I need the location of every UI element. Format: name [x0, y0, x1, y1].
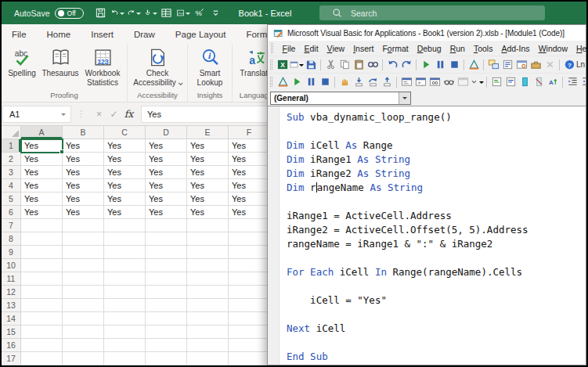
cell-e1[interactable]: Yes [187, 139, 229, 153]
vba-menu-file[interactable]: File [278, 42, 300, 55]
row-header-9[interactable]: 9 [2, 246, 21, 259]
code-line-6[interactable]: Dim rangeName As String [287, 181, 586, 195]
cell-b16[interactable] [63, 339, 104, 352]
vba-code-text[interactable]: Sub vba_dynamic_loop_range() Dim iCell A… [280, 106, 586, 365]
cell-a6[interactable]: Yes [21, 206, 63, 219]
vba-menu-tools[interactable]: Tools [469, 42, 497, 55]
cell-d7[interactable] [146, 219, 187, 232]
cell-d3[interactable]: Yes [146, 166, 187, 179]
code-line-13[interactable] [287, 279, 586, 293]
cell-f5[interactable]: Yes [229, 192, 270, 206]
dropdown-arrow-icon[interactable] [136, 13, 141, 17]
cell-e15[interactable] [187, 326, 229, 339]
code-line-16[interactable]: Next iCell [287, 322, 586, 336]
cell-c7[interactable] [104, 219, 146, 232]
cell-e10[interactable] [187, 259, 229, 272]
code-line-1[interactable]: Sub vba_dynamic_loop_range() [287, 110, 586, 124]
step-out-icon[interactable] [380, 75, 394, 88]
cell-f10[interactable] [229, 259, 270, 272]
tab-page-layout[interactable]: Page Layout [165, 30, 236, 44]
percent-style-icon[interactable]: % [193, 6, 207, 20]
name-box[interactable]: A1 [2, 106, 71, 123]
cell-b10[interactable] [63, 259, 104, 272]
object-browser-icon[interactable] [514, 58, 528, 71]
code-line-12[interactable]: For Each iCell In Range(rangeName).Cells [287, 265, 586, 279]
cell-d6[interactable]: Yes [146, 206, 187, 219]
enter-button[interactable]: ✓ [106, 109, 121, 120]
toolbar-grip[interactable] [270, 59, 272, 70]
cell-b2[interactable]: Yes [63, 153, 104, 166]
complete-word-icon[interactable]: A [546, 75, 560, 88]
object-dropdown[interactable]: (General) [270, 92, 411, 105]
undo-icon[interactable] [385, 58, 399, 71]
row-header-11[interactable]: 11 [2, 272, 21, 286]
code-line-11[interactable] [287, 251, 586, 265]
vba-menu-run[interactable]: Run [446, 42, 469, 55]
cell-a12[interactable] [21, 286, 63, 299]
vba-menu-format[interactable]: Format [378, 42, 413, 55]
combo-arrow-icon[interactable] [399, 92, 410, 104]
row-header-12[interactable]: 12 [2, 286, 21, 299]
cell-a17[interactable] [21, 352, 63, 365]
cell-a7[interactable] [21, 219, 63, 232]
cell-f11[interactable] [229, 272, 270, 286]
customize-qat-icon[interactable] [209, 6, 223, 20]
touch-mode-icon[interactable] [143, 6, 157, 20]
code-line-14[interactable]: iCell = "Yes" [287, 293, 586, 308]
spelling-button[interactable]: abc Spelling [4, 45, 40, 78]
cell-c10[interactable] [104, 259, 146, 272]
cell-c2[interactable]: Yes [104, 153, 146, 166]
row-header-3[interactable]: 3 [2, 166, 21, 179]
cell-c13[interactable] [104, 299, 146, 312]
code-line-15[interactable] [287, 308, 586, 322]
cell-b6[interactable]: Yes [63, 206, 104, 219]
quick-watch-icon[interactable] [442, 75, 456, 88]
cell-b9[interactable] [63, 246, 104, 259]
dropdown-arrow-icon[interactable] [299, 64, 304, 69]
cancel-button[interactable]: × [92, 109, 106, 120]
smart-lookup-button[interactable]: i Smart Lookup [190, 45, 229, 88]
run-icon[interactable] [419, 58, 433, 71]
row-header-16[interactable]: 16 [2, 339, 21, 352]
cell-a8[interactable] [21, 232, 63, 246]
cell-e14[interactable] [187, 312, 229, 326]
cell-d8[interactable] [146, 232, 187, 246]
column-header-a[interactable]: A [21, 126, 63, 139]
column-header-b[interactable]: B [63, 126, 104, 139]
cell-d12[interactable] [146, 286, 187, 299]
outdent-icon[interactable] [579, 75, 586, 88]
cell-b7[interactable] [63, 219, 104, 232]
workbook-statistics-button[interactable]: 123 Workbook Statistics [81, 45, 124, 88]
cell-b5[interactable]: Yes [63, 192, 104, 206]
code-line-9[interactable]: iRange2 = ActiveCell.Offset(5, 5).Addres… [287, 223, 586, 237]
tab-draw[interactable]: Draw [124, 30, 165, 44]
cell-e2[interactable]: Yes [187, 153, 229, 166]
help-icon[interactable]: ? [562, 58, 576, 71]
cell-f2[interactable]: Yes [229, 153, 270, 166]
insert-picture-icon[interactable] [176, 6, 190, 20]
column-header-f[interactable]: F [229, 126, 270, 139]
cell-c12[interactable] [104, 286, 146, 299]
cell-e8[interactable] [187, 232, 229, 246]
cell-e13[interactable] [187, 299, 229, 312]
autosave-control[interactable]: AutoSave Off [14, 8, 84, 19]
cell-a10[interactable] [21, 259, 63, 272]
properties-window-icon[interactable] [500, 58, 514, 71]
autosave-toggle[interactable]: Off [55, 8, 84, 19]
dropdown-arrow-icon[interactable] [153, 13, 157, 17]
reset-icon[interactable] [447, 58, 461, 71]
worksheet-grid[interactable]: ABCDEF1YesYesYesYesYesYes2YesYesYesYesYe… [2, 126, 269, 365]
row-header-13[interactable]: 13 [2, 299, 21, 312]
code-line-5[interactable]: Dim iRange2 As String [287, 167, 586, 181]
indent-icon[interactable] [565, 75, 579, 88]
cell-c14[interactable] [104, 312, 146, 326]
code-line-18[interactable]: End Sub [287, 350, 586, 364]
comment-block-icon[interactable] [489, 75, 503, 88]
cell-f3[interactable]: Yes [229, 166, 270, 179]
cell-a5[interactable]: Yes [21, 192, 63, 206]
cell-b17[interactable] [63, 352, 104, 365]
cell-e9[interactable] [187, 246, 229, 259]
excel-icon[interactable]: X [276, 58, 290, 71]
step-into-icon[interactable] [352, 75, 366, 88]
column-header-c[interactable]: C [104, 126, 146, 139]
